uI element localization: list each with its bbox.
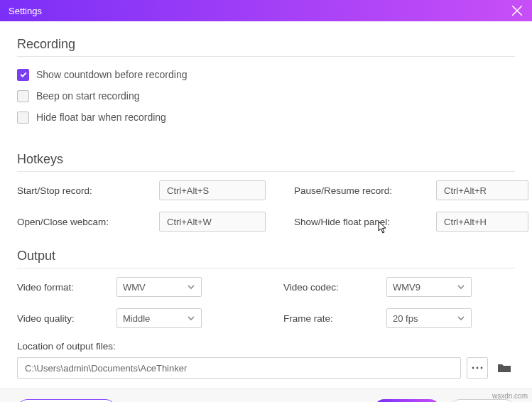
more-button[interactable] [467,357,488,379]
divider [17,171,515,172]
divider [17,56,515,57]
browse-folder-button[interactable] [494,357,515,379]
footer: Reset to Default OK Cancel [0,389,532,402]
checkbox-unchecked-icon[interactable] [17,90,29,102]
label-pause-resume: Pause/Resume record: [294,185,436,196]
option-label: Show countdown before recording [36,69,187,80]
svg-point-0 [472,367,474,369]
select-value: WMV [123,282,146,293]
output-heading: Output [17,249,515,264]
recording-heading: Recording [17,37,515,52]
hotkeys-heading: Hotkeys [17,152,515,167]
output-path-field[interactable]: C:\Users\admin\Documents\AceThinker [17,357,461,379]
hotkey-pause-resume[interactable]: Ctrl+Alt+R [436,180,528,200]
label-output-location: Location of output files: [17,341,515,352]
label-video-quality: Video quality: [17,313,116,324]
reset-to-default-button[interactable]: Reset to Default [17,399,116,403]
option-beep-start[interactable]: Beep on start recording [17,85,515,107]
hotkeys-grid: Start/Stop record: Ctrl+Alt+S Pause/Resu… [17,180,515,232]
chevron-down-icon [187,283,195,291]
chevron-down-icon [457,314,465,322]
select-video-format[interactable]: WMV [116,277,202,297]
window-title: Settings [9,6,42,16]
hotkey-webcam[interactable]: Ctrl+Alt+W [159,212,266,232]
checkbox-unchecked-icon[interactable] [17,112,29,124]
chevron-down-icon [187,314,195,322]
label-float-panel: Show/Hide float panel: [294,217,436,227]
output-grid: Video format: WMV Video codec: WMV9 Vide… [17,277,515,328]
svg-point-2 [481,367,483,369]
select-value: 20 fps [393,313,418,324]
option-label: Beep on start recording [36,90,140,102]
checkbox-checked-icon[interactable] [17,69,29,81]
ok-button[interactable]: OK [374,399,440,403]
select-value: WMV9 [393,282,420,293]
output-path-row: C:\Users\admin\Documents\AceThinker [17,357,515,379]
select-value: Middle [123,313,150,324]
label-frame-rate: Frame rate: [283,313,386,324]
label-webcam: Open/Close webcam: [17,217,159,227]
hotkey-start-stop[interactable]: Ctrl+Alt+S [159,180,266,200]
svg-point-1 [477,367,479,369]
label-start-stop: Start/Stop record: [17,185,159,196]
option-hide-float-bar[interactable]: Hide float bar when recording [17,107,515,128]
label-video-codec: Video codec: [283,282,386,293]
ellipsis-icon [472,366,483,370]
watermark: wsxdn.com [492,392,528,400]
option-show-countdown[interactable]: Show countdown before recording [17,64,515,85]
divider [17,268,515,268]
label-video-format: Video format: [17,282,116,293]
option-label: Hide float bar when recording [36,112,166,123]
folder-icon [497,362,511,374]
select-video-quality[interactable]: Middle [116,308,202,328]
chevron-down-icon [457,283,465,291]
select-video-codec[interactable]: WMV9 [386,277,472,297]
close-icon[interactable] [511,4,523,17]
settings-content: Recording Show countdown before recordin… [0,21,532,389]
titlebar: Settings [0,0,532,21]
hotkey-float-panel[interactable]: Ctrl+Alt+H [436,212,528,232]
select-frame-rate[interactable]: 20 fps [386,308,472,328]
